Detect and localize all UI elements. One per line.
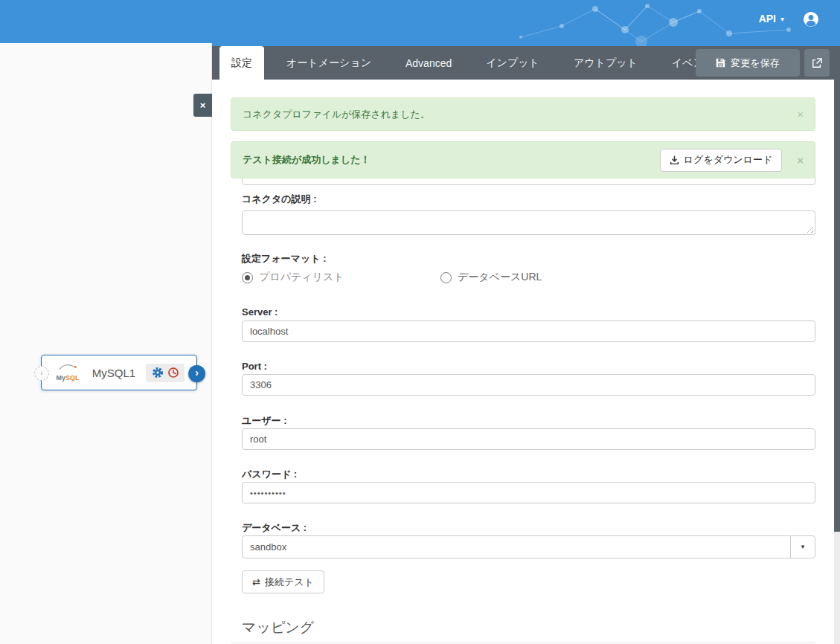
format-radio-group: プロパティリスト データベースURL [242,271,763,286]
server-label: Server : [242,306,278,318]
panel-scrollbar-thumb[interactable] [834,80,840,532]
app-header: API ▾ [0,0,840,46]
caret-down-icon: ▾ [801,543,805,550]
user-input[interactable] [242,428,815,450]
server-input[interactable] [242,321,815,342]
mapping-section-title: マッピング [242,618,314,637]
description-label: コネクタの説明 : [242,193,316,206]
radio-unselected-icon [440,272,452,283]
api-dropdown-label: API [759,13,776,25]
open-external-button[interactable] [804,49,830,77]
save-changes-button[interactable]: 変更を保存 [696,49,800,77]
close-icon: × [200,100,206,111]
node-input-port[interactable]: › [34,366,49,381]
database-label: データベース : [242,521,307,535]
password-input[interactable] [242,482,815,503]
download-log-button[interactable]: ログをダウンロード [660,149,782,172]
tab-automation[interactable]: オートメーション [275,46,383,80]
radio-database-url[interactable]: データベースURL [440,271,542,284]
save-changes-label: 変更を保存 [731,57,779,70]
external-link-icon [812,58,822,68]
test-success-alert: テスト接続が成功しました！ ログをダウンロード × [231,141,815,178]
node-title: MySQL1 [82,367,146,379]
test-success-alert-text: テスト接続が成功しました！ [243,153,370,167]
settings-panel: コネクタプロファイルが保存されました。 × テスト接続が成功しました！ ログをダ… [212,80,834,644]
radio-property-list-label: プロパティリスト [259,271,344,284]
node-schedule-button[interactable] [167,367,179,379]
api-dropdown[interactable]: API ▾ [759,13,784,25]
database-input[interactable] [242,535,791,558]
user-icon [803,11,819,28]
alert-close-icon[interactable]: × [797,108,804,120]
radio-property-list[interactable]: プロパティリスト [242,271,344,284]
format-label: 設定フォーマット : [242,252,326,265]
mysql-logo-my: My [56,374,65,381]
node-action-tray [146,364,185,382]
network-pattern-decoration [0,0,840,46]
mapping-divider [231,643,815,643]
profile-saved-alert-text: コネクタプロファイルが保存されました。 [243,108,430,121]
panel-close-button[interactable]: × [193,94,212,117]
tab-settings[interactable]: 設定 [219,46,264,80]
user-label: ユーザー : [242,414,287,428]
mysql-logo: MySQL [54,363,82,383]
save-icon [716,58,725,68]
test-connection-button[interactable]: ⇄ 接続テスト [242,570,324,593]
gear-icon [152,367,164,379]
database-dropdown-button[interactable]: ▾ [790,535,815,558]
tab-advanced[interactable]: Advanced [394,46,464,80]
port-chevron-icon: › [40,369,42,377]
tab-input[interactable]: インプット [474,46,551,80]
chevron-right-icon: › [195,367,199,379]
radio-database-url-label: データベースURL [458,271,542,284]
download-icon [670,155,679,165]
clock-icon [167,367,179,379]
alert-close-icon[interactable]: × [797,154,804,167]
node-next-button[interactable]: › [188,365,205,382]
workflow-canvas: › MySQL MySQL1 [0,43,212,644]
chevron-down-icon: ▾ [780,15,784,23]
transfer-arrows-icon: ⇄ [252,576,260,587]
password-label: パスワード : [242,468,297,481]
node-settings-button[interactable] [151,367,164,379]
port-input[interactable] [242,374,815,396]
port-label: Port : [242,361,267,372]
user-account-button[interactable] [803,11,819,28]
mysql-dolphin-icon [58,363,77,371]
resize-grip-icon[interactable] [806,225,813,233]
download-log-label: ログをダウンロード [684,153,772,167]
tab-output[interactable]: アウトプット [562,46,650,80]
settings-tabbar: 設定 オートメーション Advanced インプット アウトプット イベント 変… [212,46,840,80]
mysql-connector-node[interactable]: › MySQL MySQL1 [41,355,197,390]
description-textarea[interactable] [242,210,815,235]
profile-saved-alert: コネクタプロファイルが保存されました。 × [231,97,815,131]
mysql-logo-sql: SQL [65,374,80,381]
test-connection-label: 接続テスト [265,576,314,589]
radio-selected-icon [242,272,253,283]
